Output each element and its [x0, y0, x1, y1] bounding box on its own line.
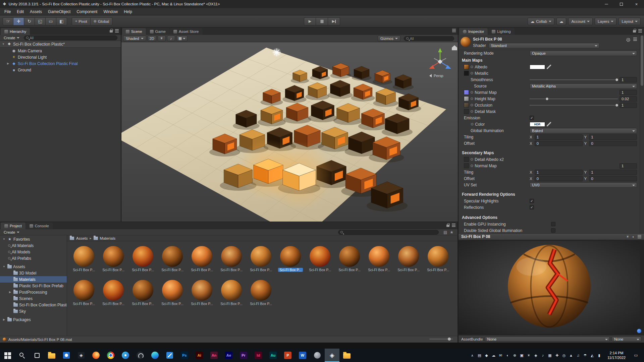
minimize-button[interactable] — [599, 0, 614, 8]
taskbar-indesign[interactable]: Id — [251, 349, 266, 362]
asset-thumbnail[interactable]: Sci-FI Box P... — [365, 246, 393, 272]
foldout-arrow-icon[interactable]: ▼ — [2, 265, 6, 268]
source-dropdown[interactable]: Metallic Alpha — [530, 83, 637, 89]
scene-lighting-button[interactable]: ☀ — [158, 36, 166, 41]
scene-search-input[interactable]: All — [404, 36, 454, 41]
scene-root-row[interactable]: ▼ ❖ Sci-Fi Box Collection Plastic* — [0, 41, 121, 48]
tray-icon[interactable]: ☀ — [525, 353, 532, 358]
asset-thumbnail[interactable]: Sci-FI Box P... — [129, 280, 157, 306]
object-picker-icon[interactable]: ⊙ — [470, 90, 473, 95]
tray-icon[interactable]: ▣ — [518, 353, 525, 358]
taskbar-search[interactable] — [15, 349, 30, 362]
emission-checkbox[interactable]: ✓ — [530, 116, 534, 120]
hierarchy-item-sci-fi-box-collection-plastic-final[interactable]: ▶◆Sci-Fi Box Collection Plastic Final — [0, 60, 121, 67]
object-picker-icon[interactable]: ⊙ — [470, 71, 473, 75]
breadcrumb-materials[interactable]: Materials — [100, 236, 116, 240]
tiling-x-field[interactable]: 1 — [535, 134, 583, 140]
material-menu-icon[interactable] — [633, 39, 637, 40]
taskbar-explorer-window[interactable] — [339, 349, 354, 362]
folder-materials[interactable]: Materials — [0, 276, 67, 283]
cloud-button[interactable]: ☁ — [556, 18, 567, 25]
restore-button[interactable] — [614, 0, 629, 8]
favorite-all-models[interactable]: All Models — [0, 249, 67, 255]
object-picker-icon[interactable]: ⊙ — [470, 103, 473, 107]
scene-effects-dropdown[interactable]: ▦ — [176, 36, 187, 41]
action-center-icon[interactable]: ▭ — [630, 353, 642, 358]
asset-thumbnail[interactable]: Sci-FI Box P... — [129, 246, 157, 272]
folder-scenes[interactable]: Scenes — [0, 295, 67, 302]
tray-icon[interactable]: ◆ — [483, 353, 490, 358]
scene-audio-button[interactable]: ♪ — [167, 36, 175, 41]
taskbar-vscode[interactable] — [162, 349, 177, 362]
asset-thumbnail[interactable]: Sci-FI Box P... — [99, 280, 127, 306]
hierarchy-item-ground[interactable]: ■Ground — [0, 67, 121, 73]
taskbar-animate[interactable]: An — [207, 349, 221, 362]
layout-dropdown[interactable]: Layout — [619, 18, 641, 25]
folder-3d-model[interactable]: 3D Model — [0, 270, 67, 276]
menu-window[interactable]: Window — [100, 9, 121, 14]
foldout-arrow-icon[interactable]: ▼ — [1, 43, 5, 46]
specular-highlights-checkbox[interactable]: ✓ — [530, 199, 534, 203]
panel-menu-icon[interactable] — [452, 225, 455, 226]
draw-mode-dropdown[interactable]: Shaded — [123, 36, 146, 41]
asset-thumbnail[interactable]: Sci-FI Box P... — [188, 246, 216, 272]
rendering-mode-dropdown[interactable]: Opaque — [530, 51, 637, 56]
tray-icon[interactable]: ▤ — [476, 353, 483, 358]
normal-map-value-field[interactable]: 1 — [620, 90, 637, 95]
tray-icon[interactable]: ▲ — [568, 353, 575, 358]
global-illumination-dropdown[interactable]: Baked — [530, 128, 637, 133]
tab-asset-store[interactable]: Asset Store — [170, 28, 202, 35]
assets-root[interactable]: ▼ Assets — [0, 263, 67, 270]
taskbar-gimp[interactable] — [310, 349, 325, 362]
secondary-normal-value-field[interactable]: 1 — [620, 163, 637, 169]
taskbar-edge[interactable] — [148, 349, 162, 362]
transform-tool-button[interactable]: ◧ — [56, 17, 67, 25]
reflections-checkbox[interactable]: ✓ — [530, 205, 534, 209]
tray-icon[interactable]: ✉ — [497, 353, 504, 358]
tab-scene[interactable]: Scene — [122, 28, 146, 35]
tray-icon[interactable]: ▮ — [596, 353, 603, 358]
asset-thumbnail[interactable]: Sci-FI Box P... — [306, 246, 334, 272]
tab-project[interactable]: Project — [1, 223, 25, 229]
tray-icon[interactable]: ◭ — [589, 353, 596, 358]
foldout-arrow-icon[interactable]: ▶ — [2, 318, 6, 321]
hierarchy-item-main-camera[interactable]: ◉Main Camera — [0, 48, 121, 54]
occlusion-texture-thumb[interactable] — [464, 103, 469, 108]
tab-game[interactable]: Game — [146, 28, 169, 35]
tray-icon[interactable]: ◐ — [504, 353, 511, 358]
eyedropper-icon[interactable] — [547, 65, 551, 69]
panel-menu-icon[interactable] — [638, 31, 642, 31]
tab-console[interactable]: Console — [26, 223, 53, 229]
global-toggle-button[interactable]: ⊕ Global — [91, 17, 112, 25]
hierarchy-create-button[interactable]: Create — [1, 35, 22, 41]
rotate-tool-button[interactable]: ↻ — [24, 17, 35, 25]
object-picker-icon[interactable]: ⊙ — [470, 157, 473, 162]
object-picker-icon[interactable]: ⊙ — [470, 164, 473, 168]
collab-dropdown[interactable]: ☁ Collab — [528, 18, 554, 25]
folder-sci-fi-box-collection-plasti[interactable]: Sci-Fi Box Collection Plasti — [0, 302, 67, 308]
menu-help[interactable]: Help — [121, 9, 135, 14]
favorites-root[interactable]: ▼ ★ Favorites — [0, 236, 67, 242]
gpu-instancing-checkbox[interactable] — [551, 222, 555, 226]
secondary-offset-y-field[interactable]: 0 — [589, 176, 637, 181]
hierarchy-item-directional-light[interactable]: ☀Directional Light — [0, 54, 121, 60]
assetbundle-dropdown[interactable]: None — [485, 337, 610, 342]
height-map-texture-thumb[interactable] — [464, 96, 469, 101]
taskbar-task-view[interactable] — [30, 349, 44, 362]
rect-tool-button[interactable]: ▭ — [46, 17, 56, 25]
hand-tool-button[interactable]: ☞ — [3, 17, 13, 25]
eyedropper-icon[interactable] — [547, 122, 551, 126]
move-tool-button[interactable]: ✛ — [13, 17, 24, 25]
double-sided-gi-checkbox[interactable] — [551, 228, 555, 233]
tray-icon[interactable]: ✚ — [553, 353, 560, 358]
scene-viewport[interactable]: Persp — [121, 42, 458, 222]
persp-label[interactable]: Persp — [434, 74, 443, 78]
tray-icon[interactable]: ♫ — [575, 353, 582, 358]
offset-x-field[interactable]: 0 — [535, 141, 583, 146]
occlusion-value-field[interactable]: 1 — [620, 103, 637, 108]
gizmos-dropdown[interactable]: Gizmos — [378, 36, 400, 41]
pause-button[interactable] — [316, 17, 328, 25]
object-picker-icon[interactable]: ⊙ — [470, 97, 473, 101]
folder-sky[interactable]: Sky — [0, 308, 67, 314]
layers-dropdown[interactable]: Layers — [595, 18, 617, 25]
